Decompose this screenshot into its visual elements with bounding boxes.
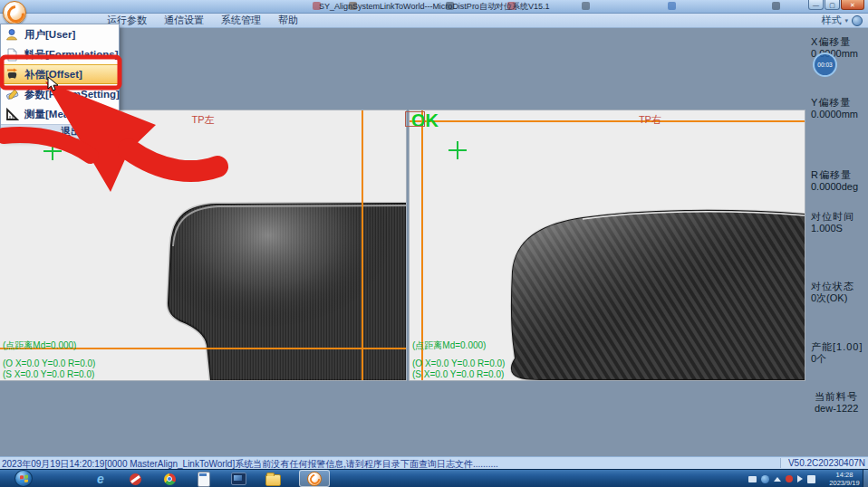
menu-item-system-mgmt[interactable]: 系统管理 bbox=[221, 14, 261, 27]
desktop-icon-ghost bbox=[582, 2, 590, 10]
offset-s-readout: (S X=0.0 Y=0.0 R=0.0) bbox=[412, 369, 504, 379]
metric-align-time: 对位时间1.000S bbox=[811, 211, 867, 234]
metric-current-part: 当前料号dew-1222 bbox=[815, 391, 868, 415]
minimize-button[interactable]: — bbox=[808, 0, 824, 10]
document-icon bbox=[5, 48, 19, 62]
distance-readout: (点距离Md=0.000) bbox=[412, 339, 486, 352]
offset-o-readout: (O X=0.0 Y=0.0 R=0.0) bbox=[3, 358, 95, 368]
volume-icon[interactable] bbox=[797, 475, 803, 482]
metric-r-offset: R偏移量0.0000deg bbox=[811, 169, 867, 193]
close-button[interactable]: ✕ bbox=[841, 0, 864, 10]
taskbar-clock[interactable]: 14:28 2023/9/19 bbox=[825, 471, 864, 487]
triangle-ruler-icon bbox=[5, 108, 19, 121]
workpiece-left bbox=[166, 202, 406, 380]
camera-view-right[interactable]: OK TP右 (点距离Md=0.000) (O bbox=[410, 110, 805, 380]
menu-bar: 运行参数 通信设置 系统管理 帮助 样式 ▾ bbox=[0, 13, 868, 28]
start-button[interactable] bbox=[14, 470, 33, 487]
metric-capacity: 产能[1.00]0个 bbox=[811, 341, 867, 365]
ruler-pencil-icon bbox=[5, 88, 19, 101]
taskbar-chrome-icon[interactable] bbox=[159, 472, 179, 486]
menu-item-measuring[interactable]: 测量[Measuring] bbox=[1, 104, 119, 124]
windows-logo-icon bbox=[20, 474, 28, 482]
menu-item-user[interactable]: 用户[User] bbox=[1, 24, 119, 44]
menu-item-offset[interactable]: 补偿[Offset] bbox=[1, 64, 119, 84]
taskbar-calculator-icon[interactable] bbox=[194, 472, 214, 486]
taskbar: e 14:28 2023/9/19 bbox=[0, 469, 868, 487]
detection-box bbox=[405, 111, 425, 127]
taskbar-folder-icon[interactable] bbox=[263, 472, 283, 486]
style-dropdown[interactable]: 样式 bbox=[821, 14, 841, 27]
file-menu-dropdown: 用户[User] 料号[Formulations] 补偿[Offset] 参数[… bbox=[0, 24, 120, 139]
desktop-icon-ghost bbox=[668, 2, 676, 10]
printer-icon[interactable] bbox=[748, 476, 757, 482]
metric-align-status: 对位状态0次(OK) bbox=[811, 281, 867, 304]
title-bar: SY_AlignSystemLinkToWorld---MicroDistPro… bbox=[0, 0, 868, 14]
network-icon[interactable] bbox=[761, 475, 769, 483]
menu-item-parameters[interactable]: 参数[ParamSetting] bbox=[1, 84, 119, 104]
help-icon[interactable] bbox=[852, 15, 863, 26]
workpiece-right bbox=[503, 206, 805, 380]
offset-hand-icon bbox=[5, 68, 19, 81]
camera-view-left[interactable]: TP左 (点距离Md=0.000) bbox=[0, 110, 406, 380]
alignment-line-vertical bbox=[362, 110, 363, 380]
menu-item-comm-settings[interactable]: 通信设置 bbox=[164, 14, 204, 27]
alert-icon[interactable] bbox=[786, 475, 793, 482]
maximize-button[interactable]: ▢ bbox=[825, 0, 840, 10]
menu-item-help[interactable]: 帮助 bbox=[278, 14, 298, 27]
taskbar-computer-icon[interactable] bbox=[228, 472, 248, 486]
chevron-down-icon: ▾ bbox=[844, 17, 848, 24]
status-bar: 2023年09月19日14:20:19[0000 MasterAlign_Lin… bbox=[0, 456, 868, 470]
metric-y-offset: Y偏移量0.0000mm bbox=[811, 97, 867, 120]
taskbar-active-app[interactable] bbox=[299, 470, 330, 487]
window-title: SY_AlignSystemLinkToWorld---MicroDistPro… bbox=[319, 1, 549, 13]
version-label: V50.2C20230407N bbox=[780, 458, 865, 468]
offset-o-readout: (O X=0.0 Y=0.0 R=0.0) bbox=[412, 358, 505, 368]
offset-s-readout: (S X=0.0 Y=0.0 R=0.0) bbox=[3, 369, 94, 379]
app-window: SY_AlignSystemLinkToWorld---MicroDistPro… bbox=[0, 0, 868, 487]
view-title-right: TP右 bbox=[639, 113, 661, 127]
system-tray bbox=[748, 473, 815, 484]
crosshair-icon bbox=[43, 142, 62, 160]
taskbar-ie-icon[interactable]: e bbox=[91, 472, 111, 486]
alignment-line-horizontal bbox=[410, 120, 805, 122]
taskbar-remote-icon[interactable] bbox=[125, 472, 145, 486]
distance-readout: (点距离Md=0.000) bbox=[3, 339, 76, 352]
user-icon bbox=[5, 28, 19, 42]
crosshair-icon bbox=[448, 141, 467, 159]
chevron-up-icon[interactable] bbox=[774, 477, 781, 482]
ime-icon[interactable] bbox=[807, 475, 815, 483]
show-desktop-button[interactable] bbox=[863, 470, 868, 487]
desktop-icon-ghost bbox=[772, 2, 780, 10]
view-title-left: TP左 bbox=[191, 113, 214, 127]
menu-item-exit[interactable]: 退出(Exit) bbox=[1, 124, 119, 138]
app-logo-icon bbox=[3, 1, 26, 24]
microdistpro-icon bbox=[307, 472, 322, 486]
timer-badge: 00:03 bbox=[813, 53, 837, 77]
menu-item-formulations[interactable]: 料号[Formulations] bbox=[1, 44, 119, 64]
